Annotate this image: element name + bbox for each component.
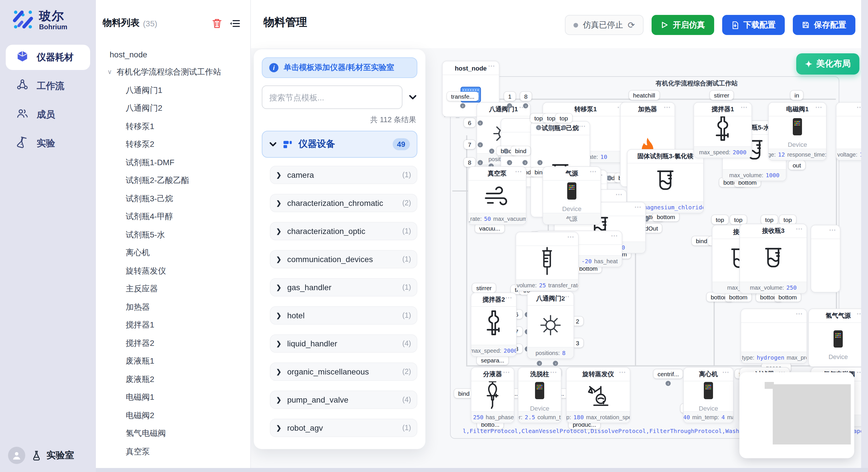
node-menu-icon[interactable]: ⋯ xyxy=(488,62,495,70)
category-row[interactable]: ❯ gas_handler (1) xyxy=(270,278,417,297)
port-chip-centrif...[interactable]: centrif...‹ xyxy=(654,369,683,378)
tree-item[interactable]: 转移泵1 xyxy=(96,117,250,136)
sidebar-item-3[interactable]: 实验 xyxy=(6,131,90,156)
node-menu-icon[interactable]: ⋯ xyxy=(634,203,642,211)
start-simulation-button[interactable]: 开启仿真 xyxy=(652,15,714,35)
laboratory-entry[interactable]: 实验室 xyxy=(31,449,74,461)
tree-item[interactable]: 八通阀门1 xyxy=(96,81,250,100)
canvas-node-旋转蒸发仪[interactable]: 旋转蒸发仪⋯temp:180max_rotation_speed: xyxy=(566,367,630,423)
node-menu-icon[interactable]: ⋯ xyxy=(590,167,597,175)
minimap[interactable] xyxy=(739,372,854,458)
port-chip-stirrer[interactable]: stirrer‹ xyxy=(472,283,496,293)
port-chip-vacuu...[interactable]: vacuu...‹ xyxy=(475,224,504,233)
category-row[interactable]: ❯ camera (1) xyxy=(270,166,417,184)
save-config-button[interactable]: 保存配置 xyxy=(793,15,856,35)
tree-item[interactable]: 主反应器 xyxy=(96,280,250,298)
canvas-node-氢气气源[interactable]: 氢气气源⋯Device xyxy=(808,308,868,367)
canvas-node-八通阀门2[interactable]: 八通阀门2⋯positions:8 xyxy=(527,291,574,359)
tree-group-workstation[interactable]: ∨ 有机化学流程综合测试工作站 xyxy=(96,63,250,81)
sidebar-item-1[interactable]: 工作流 xyxy=(6,73,90,99)
port-chip-7[interactable]: 7‹ xyxy=(464,140,475,149)
collapse-chevron-icon[interactable] xyxy=(408,94,417,101)
tree-item[interactable]: 氢气电磁阀 xyxy=(96,425,250,443)
category-row[interactable]: ❯ communication_devices (1) xyxy=(270,250,417,268)
node-menu-icon[interactable]: ⋯ xyxy=(611,232,618,240)
tree-item[interactable]: 废液瓶2 xyxy=(96,370,250,389)
canvas-node-分液器[interactable]: 分液器⋯volume:250has_phases:true xyxy=(471,367,515,423)
horizontal-scrollbar[interactable] xyxy=(96,468,868,472)
tree-item[interactable]: 八通阀门2 xyxy=(96,100,250,117)
node-menu-icon[interactable]: ⋯ xyxy=(619,368,626,376)
simulation-status-pill[interactable]: 仿真已停止 ⟳ xyxy=(565,15,644,35)
category-row[interactable]: ❯ characterization_optic (1) xyxy=(270,222,417,240)
canvas-node-电磁阀1[interactable]: 电磁阀1⋯Devicevoltage:12response_time:0.1 xyxy=(768,102,827,161)
tree-item[interactable]: 电磁阀2 xyxy=(96,407,250,425)
port-chip-top[interactable]: top‹ xyxy=(730,215,746,224)
trash-icon[interactable] xyxy=(212,18,222,28)
refresh-icon[interactable]: ⟳ xyxy=(628,20,635,30)
tree-item[interactable]: 试剂瓶4-甲醇 xyxy=(96,208,250,226)
tree-item[interactable]: 试剂瓶1-DMF xyxy=(96,154,250,172)
node-menu-icon[interactable]: ⋯ xyxy=(515,167,522,175)
port-chip-stirrer[interactable]: stirrer‹ xyxy=(710,91,733,100)
tree-item[interactable]: 废液瓶1 xyxy=(96,352,250,370)
tree-item[interactable]: 试剂瓶5-水 xyxy=(96,226,250,244)
vertical-scrollbar[interactable] xyxy=(861,0,868,472)
node-menu-icon[interactable]: ⋯ xyxy=(550,368,557,376)
node-menu-icon[interactable]: ⋯ xyxy=(829,226,836,234)
user-avatar[interactable] xyxy=(8,447,25,464)
port-chip-top[interactable]: top‹ xyxy=(761,215,777,224)
port-chip-bottom[interactable]: bottom‹ xyxy=(653,212,679,222)
category-row[interactable]: ❯ organic_miscellaneous (2) xyxy=(270,363,417,381)
port-chip-in[interactable]: in‹ xyxy=(790,91,803,100)
beautify-layout-button[interactable]: ✦ 美化布局 xyxy=(796,53,859,74)
port-chip-6[interactable]: 6‹ xyxy=(464,118,475,127)
category-row[interactable]: ❯ liquid_handler (4) xyxy=(270,334,417,353)
port-chip-8[interactable]: 8‹ xyxy=(520,92,532,101)
tree-item[interactable]: 电磁阀1 xyxy=(96,389,250,407)
node-menu-icon[interactable]: ⋯ xyxy=(815,103,823,111)
tree-item[interactable]: 离心机 xyxy=(96,244,250,262)
node-menu-icon[interactable]: ⋯ xyxy=(796,225,803,233)
port-chip-top[interactable]: top‹ xyxy=(779,215,796,224)
search-input[interactable] xyxy=(262,86,402,109)
minimap-viewport[interactable] xyxy=(773,384,851,444)
canvas-node-搅拌器1[interactable]: 搅拌器1⋯max_speed:2000 xyxy=(693,102,752,158)
tree-item[interactable]: 搅拌器1 xyxy=(96,316,250,334)
canvas-node-接收瓶3[interactable]: 接收瓶3⋯max_volume:250 xyxy=(739,224,807,294)
tree-item[interactable]: 试剂瓶2-乙酸乙酯 xyxy=(96,172,250,190)
sidebar-item-0[interactable]: 仪器耗材 xyxy=(6,45,90,70)
tree-item[interactable]: 转移泵2 xyxy=(96,136,250,154)
download-config-button[interactable]: 下载配置 xyxy=(722,15,785,35)
node-menu-icon[interactable]: ⋯ xyxy=(563,293,570,301)
port-chip-out[interactable]: out‹ xyxy=(788,161,805,170)
node-menu-icon[interactable]: ⋯ xyxy=(615,191,623,198)
port-chip-8[interactable]: 8‹ xyxy=(464,158,475,167)
canvas-node-洗脱柱[interactable]: 洗脱柱⋯Devicediameter:2.5column_type:si xyxy=(518,367,561,423)
canvas-node-真空泵[interactable]: 真空泵⋯pump_rate:50max_vacuum:0.1 xyxy=(468,166,526,225)
port-chip-separa...[interactable]: separa...‹ xyxy=(477,356,508,365)
canvas-node-离心机[interactable]: 离心机⋯Devicetemp:40min_temp:4max_spe xyxy=(683,367,734,423)
port-chip-bind[interactable]: bind‹ xyxy=(511,146,530,156)
category-row[interactable]: ❯ hotel (1) xyxy=(270,306,417,325)
category-row[interactable]: ❯ pump_and_valve (4) xyxy=(270,391,417,409)
port-chip-top[interactable]: top‹ xyxy=(712,215,728,224)
tree-item[interactable]: 加热器 xyxy=(96,298,250,316)
node-menu-icon[interactable]: ⋯ xyxy=(503,368,510,376)
canvas-node[interactable]: ⋯_type:hydrogenmax_pre xyxy=(741,308,807,364)
port-chip-bottom[interactable]: bottom‹ xyxy=(774,293,801,302)
tree-item-host-node[interactable]: host_node xyxy=(96,45,250,63)
category-row[interactable]: ❯ robot_agv (1) xyxy=(270,419,417,437)
collapse-list-icon[interactable] xyxy=(229,19,240,27)
node-menu-icon[interactable]: ⋯ xyxy=(663,103,671,111)
node-menu-icon[interactable]: ⋯ xyxy=(567,233,575,241)
node-menu-icon[interactable]: ⋯ xyxy=(741,103,748,111)
tree-item[interactable]: 搅拌器2 xyxy=(96,334,250,352)
port-chip-bottom[interactable]: bottom‹ xyxy=(725,293,751,302)
canvas-node[interactable]: ⋯max_volume:25transfer_rate:10 xyxy=(516,232,579,291)
port-chip-heatchill[interactable]: heatchill‹ xyxy=(629,91,659,100)
category-row[interactable]: ❯ characterization_chromatic (2) xyxy=(270,194,417,212)
port-chip-1[interactable]: 1‹ xyxy=(504,92,516,101)
tree-item[interactable]: 旋转蒸发仪 xyxy=(96,262,250,280)
canvas-node-搅拌器2[interactable]: 搅拌器2⋯max_speed:2000 xyxy=(471,293,517,357)
